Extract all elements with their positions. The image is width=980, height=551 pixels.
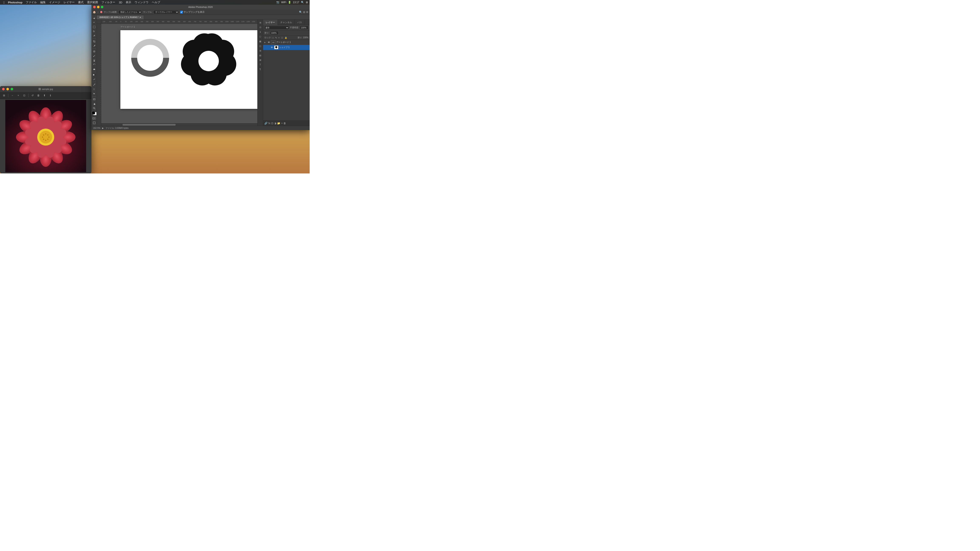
menubar-3d[interactable]: 3D [117,0,124,5]
adjustments-icon[interactable]: ⊡ [258,25,262,29]
menubar-select[interactable]: 選択範囲 [85,0,100,5]
new-layer-btn[interactable]: + [281,122,283,125]
foreground-color[interactable] [92,111,95,114]
brush-tool[interactable] [92,54,97,58]
ps-canvas-area[interactable]: -150 -100 -50 0 50 100 150 200 250 300 3… [97,19,257,126]
grid-view-button[interactable]: ⊞ [2,93,6,98]
layer-visibility-toggle[interactable]: 👁 [267,41,270,44]
apple-menu[interactable]:  [2,0,6,5]
settings-button[interactable]: ⚙ [306,11,309,14]
layers-tab[interactable]: レイヤー [263,19,278,25]
ps-minimize-button[interactable] [97,6,100,8]
menubar-image[interactable]: イメージ [48,0,62,5]
zoom-out-button[interactable]: − [10,93,15,98]
menubar-app-name[interactable]: Photoshop [6,0,24,5]
blur-tool[interactable] [92,77,97,81]
trash-button[interactable]: 🗑 [36,93,41,98]
ps-scrollbar-horizontal[interactable] [101,123,257,126]
menubar-edit[interactable]: 編集 [38,0,48,5]
shape-layer-item[interactable]: 👁 シェイプ 1 [263,45,310,50]
artboard-layer-item[interactable]: ▶ 👁 AB アートボード 1 [263,40,310,45]
move-tool[interactable] [92,21,97,25]
cc-libraries-icon[interactable]: ⬡ [258,35,262,39]
history-brush-tool[interactable] [92,63,97,67]
shape-layer-visibility[interactable]: 👁 [270,46,273,49]
ps-artboard-container[interactable]: アートボード 1 [101,24,257,126]
channels-grid-icon[interactable]: ▤ [258,53,262,57]
zoom-in-button[interactable]: + [16,93,21,98]
gradient-tool[interactable] [92,73,97,77]
adjustment-layer-btn[interactable]: ◑ [274,122,276,125]
layer-group-btn[interactable]: 📁 [277,122,280,125]
menubar-window[interactable]: ウィンドウ [133,0,150,5]
info-button[interactable]: ℹ [48,93,53,98]
menubar-file[interactable]: ファイル [24,0,38,5]
color-swatches[interactable] [92,111,97,116]
zoom-tool[interactable] [92,106,97,110]
share-button[interactable]: ⬆ [42,93,47,98]
menubar-layer[interactable]: レイヤー [62,0,76,5]
fit-button[interactable]: ⊡ [22,93,27,98]
menubar-view[interactable]: 表示 [124,0,133,5]
layer-mask-btn[interactable]: ⊡ [271,122,273,125]
ps-tab-close[interactable]: ✕ [140,16,141,19]
lock-position-btn[interactable]: + [278,37,280,39]
link-layers-btn[interactable]: 🔗 [264,122,267,125]
minimize-button[interactable] [6,88,9,91]
sampling-checkbox[interactable] [180,10,183,14]
lock-artboard-btn[interactable]: ⬡ [281,37,283,39]
lock-image-btn[interactable]: ✎ [275,37,277,39]
svg-point-32 [47,138,48,140]
optbar-sample-select[interactable]: すべてのレイヤー [153,10,179,14]
ps-scrollbar-thumb[interactable] [123,124,176,125]
properties-icon[interactable]: ⊞ [258,21,262,25]
menubar-search-icon[interactable]: 🔍 [301,1,304,4]
rotate-button[interactable]: ↺ [30,93,35,98]
ps-artboard[interactable] [120,30,257,109]
heal-brush-tool[interactable] [92,49,97,54]
search-button[interactable]: 🔍 [299,11,302,14]
stamp-tool[interactable] [92,58,97,62]
eraser-tool[interactable] [92,67,97,71]
rectangle-tool[interactable] [92,97,97,102]
magic-wand-tool[interactable] [92,33,97,38]
channels-tab[interactable]: チャンネル [278,19,295,25]
type-panel-icon[interactable]: T [258,62,262,67]
optbar-tool-select[interactable]: 指定したピクセル [118,10,142,14]
quick-mask-tool[interactable] [92,116,97,121]
close-button[interactable] [2,88,5,91]
blend-mode-select[interactable]: 通常 [264,26,289,30]
layer-expand-icon[interactable]: ▶ [264,41,266,43]
info-panel-icon[interactable]: ℹ [258,30,262,34]
paths-tab[interactable]: パス [295,19,305,25]
delete-layer-btn[interactable]: 🗑 [283,122,286,125]
layer-style-btn[interactable]: fx [268,122,270,125]
paragraph-icon[interactable]: ¶ [258,67,262,71]
crop-tool[interactable] [92,39,97,44]
type-tool[interactable]: T [92,87,97,91]
paths-icon[interactable]: ⊠ [258,58,262,62]
screen-mode-button[interactable] [92,121,97,125]
lock-all-btn[interactable]: 🔒 [284,37,288,39]
ps-document-tab[interactable]: 名称未設定 1 @ 153% (シェイプ 1, RGB/8#) * ✕ [97,15,144,19]
lock-transparent-btn[interactable]: □ [272,37,274,39]
menubar-filter[interactable]: フィルター [100,0,117,5]
menubar-help[interactable]: ヘルプ [150,0,162,5]
marquee-tool[interactable] [92,25,97,29]
maximize-button[interactable] [11,88,13,91]
path-select-tool[interactable] [92,92,97,96]
patterns-icon[interactable]: ⊞ [258,48,262,53]
hand-tool[interactable] [92,102,97,106]
eyedropper-tool[interactable] [92,44,97,48]
sampling-checkbox-label[interactable]: サンプリングを表示 [180,10,205,14]
menubar-control-icon[interactable]: ⊞ [306,1,308,4]
home-button[interactable]: 🏠 [93,11,96,14]
panel-layout-button[interactable]: ⊞ [303,11,305,14]
lasso-tool[interactable] [92,29,97,33]
ps-maximize-button[interactable] [101,6,103,8]
gradients-icon[interactable]: ◫ [258,44,262,48]
pen-tool[interactable] [92,83,97,87]
swatches-icon[interactable]: ▦ [258,39,262,43]
ps-close-button[interactable] [93,6,96,8]
menubar-format[interactable]: 書式 [76,0,85,5]
